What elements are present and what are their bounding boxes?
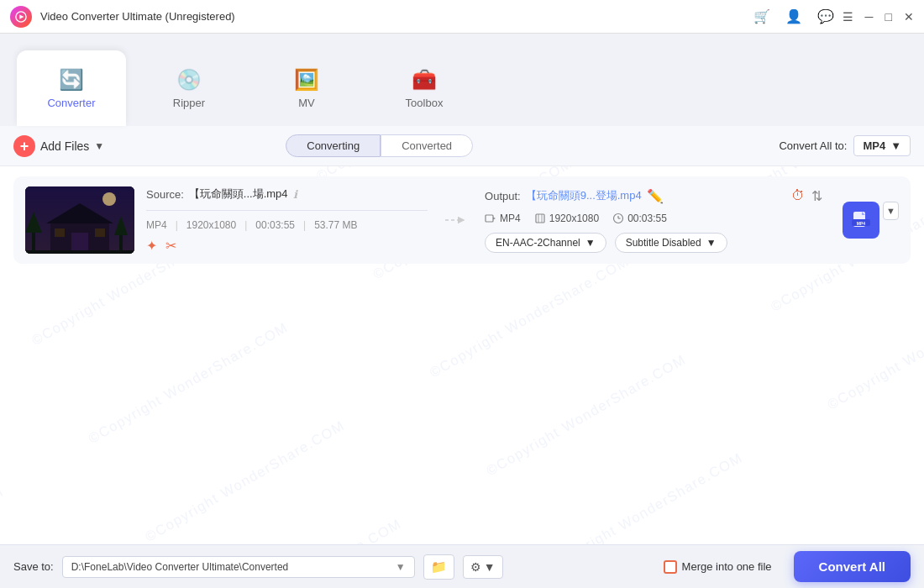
subtitle-select[interactable]: Subtitle Disabled ▼: [615, 233, 727, 253]
save-to-label: Save to:: [13, 560, 54, 573]
svg-rect-7: [55, 228, 65, 237]
merge-area: Merge into one file: [664, 560, 772, 574]
convert-all-to-label: Convert All to:: [779, 139, 847, 152]
output-format-item: MP4: [485, 213, 521, 224]
converting-tab[interactable]: Converting: [286, 134, 381, 157]
add-files-button[interactable]: + Add Files ▼: [13, 135, 104, 157]
svg-text:MP4: MP4: [857, 221, 866, 226]
settings-button[interactable]: ⚙ ▼: [463, 555, 503, 579]
toolbar: + Add Files ▼ Converting Converted Conve…: [0, 126, 924, 166]
format-badge-area: MP4 ▼: [843, 202, 899, 239]
tab-toolbox-label: Toolbox: [406, 97, 444, 109]
svg-rect-9: [25, 250, 134, 254]
close-icon[interactable]: ✕: [904, 10, 914, 24]
arrow-icon: [444, 212, 469, 228]
format-select-value: MP4: [863, 139, 885, 152]
tab-ripper-label: Ripper: [173, 97, 205, 109]
clock-icon: [612, 213, 624, 224]
save-path-value: D:\FoneLab\Video Converter Ultimate\Conv…: [71, 561, 391, 573]
svg-marker-1: [19, 14, 24, 18]
converter-icon: 🔄: [59, 68, 84, 92]
format-select-chevron-icon: ▼: [890, 139, 901, 152]
source-label-text: Source:: [146, 188, 184, 201]
user-icon[interactable]: 👤: [785, 8, 802, 24]
output-resolution-item: 1920x1080: [534, 213, 599, 224]
svg-point-14: [102, 192, 116, 206]
subtitle-chevron-icon: ▼: [706, 237, 717, 249]
main-area: + Add Files ▼ Converting Converted Conve…: [0, 126, 924, 544]
title-bar-controls: 🛒 👤 💬: [753, 8, 834, 24]
converted-tab[interactable]: Converted: [381, 134, 473, 157]
cart-icon[interactable]: 🛒: [753, 8, 770, 24]
output-resolution: 1920x1080: [549, 213, 599, 224]
audio-track-select[interactable]: EN-AAC-2Channel ▼: [485, 233, 606, 253]
audio-track-chevron-icon: ▼: [585, 237, 596, 249]
toolbox-icon: 🧰: [412, 68, 437, 92]
file-resolution: 1920x1080: [186, 219, 236, 231]
convert-arrow: [439, 212, 473, 228]
folder-browse-button[interactable]: 📁: [423, 554, 454, 580]
output-label-text: Output:: [485, 190, 521, 202]
format-badge-dropdown-button[interactable]: ▼: [883, 202, 899, 220]
tab-switcher: Converting Converted: [286, 134, 473, 157]
file-actions: ✦ ✂: [146, 238, 428, 254]
source-filename: 【玩命關頭...場.mp4: [189, 186, 288, 202]
resolution-icon: [534, 213, 546, 224]
file-thumbnail: [25, 186, 134, 254]
merge-label: Merge into one file: [682, 560, 772, 573]
merge-checkbox[interactable]: [664, 560, 677, 574]
format-select[interactable]: MP4 ▼: [853, 135, 911, 156]
edit-icon[interactable]: ✏️: [647, 188, 664, 204]
file-item: Source: 【玩命關頭...場.mp4 ℹ MP4 | 1920x1080 …: [13, 176, 911, 264]
app-title: Video Converter Ultimate (Unregistered): [40, 10, 753, 23]
video-icon: [485, 213, 496, 224]
file-duration: 00:03:55: [255, 219, 295, 231]
convert-all-to: Convert All to: MP4 ▼: [779, 135, 911, 156]
sep1: |: [176, 219, 178, 231]
output-duration: 00:03:55: [627, 213, 667, 224]
convert-all-button[interactable]: Convert All: [794, 551, 911, 582]
output-format: MP4: [500, 213, 521, 224]
save-path-input[interactable]: D:\FoneLab\Video Converter Ultimate\Conv…: [62, 556, 415, 578]
svg-rect-12: [119, 235, 123, 251]
minimize-icon[interactable]: ─: [865, 10, 874, 24]
title-bar: Video Converter Ultimate (Unregistered) …: [0, 0, 924, 34]
output-info: Output: 【玩命關頭9...登場.mp4 ✏️ ⏱ ⇅ MP4: [485, 188, 822, 253]
audio-track-value: EN-AAC-2Channel: [496, 237, 580, 249]
chat-icon[interactable]: 💬: [817, 8, 834, 24]
tab-ripper[interactable]: 💿 Ripper: [134, 50, 244, 126]
menu-icon[interactable]: ☰: [843, 10, 853, 24]
save-path-dropdown-icon[interactable]: ▼: [396, 561, 406, 573]
gear-icon: ⚙: [470, 560, 481, 574]
thumbnail-image: [25, 186, 134, 254]
settings-dropdown-icon: ▼: [484, 560, 496, 574]
tab-toolbox[interactable]: 🧰 Toolbox: [370, 50, 479, 126]
maximize-icon[interactable]: □: [885, 10, 892, 24]
svg-rect-18: [536, 214, 544, 223]
svg-rect-16: [486, 215, 493, 222]
cut-button[interactable]: ✂: [165, 238, 176, 254]
file-meta: MP4 | 1920x1080 | 00:03:55 | 53.77 MB: [146, 219, 428, 231]
svg-rect-8: [95, 228, 105, 237]
enhance-output-button[interactable]: ⇅: [811, 188, 822, 204]
add-files-plus-icon: +: [13, 135, 35, 157]
info-icon[interactable]: ℹ: [293, 188, 297, 201]
window-controls: ☰ ─ □ ✕: [843, 10, 914, 24]
tab-converter[interactable]: 🔄 Converter: [17, 50, 126, 126]
file-format: MP4: [146, 219, 167, 231]
tab-mv[interactable]: 🖼️ MV: [252, 50, 361, 126]
tab-converter-label: Converter: [47, 97, 95, 109]
sep3: |: [303, 219, 306, 231]
sep2: |: [244, 219, 247, 231]
timer-icon-button[interactable]: ⏱: [791, 188, 805, 204]
tab-mv-label: MV: [298, 97, 315, 109]
bottom-bar: Save to: D:\FoneLab\Video Converter Ulti…: [0, 544, 924, 588]
file-size: 53.77 MB: [314, 219, 357, 231]
source-info: Source: 【玩命關頭...場.mp4 ℹ MP4 | 1920x1080 …: [146, 186, 428, 254]
add-files-dropdown-icon[interactable]: ▼: [94, 140, 104, 152]
enhance-button[interactable]: ✦: [146, 238, 157, 254]
output-format-badge: MP4: [843, 202, 879, 239]
mp4-file-icon: MP4: [852, 211, 870, 229]
output-meta: MP4 1920x1080 00:03:55: [485, 213, 822, 224]
subtitle-value: Subtitle Disabled: [626, 237, 701, 249]
